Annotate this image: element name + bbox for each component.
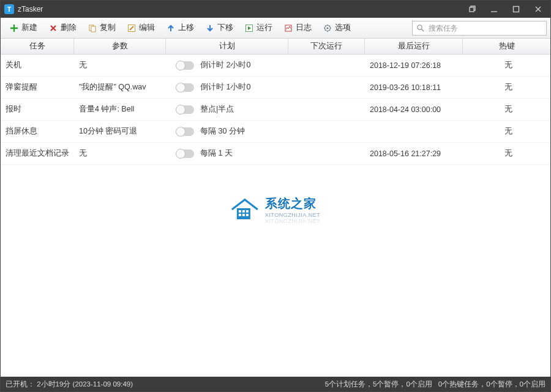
header-next-run[interactable]: 下次运行 <box>288 39 365 54</box>
column-header-row: 任务 参数 计划 下次运行 最后运行 热键 <box>1 39 550 55</box>
new-label: 新建 <box>21 23 37 33</box>
move-down-button[interactable]: 下移 <box>200 20 238 36</box>
window-restore-down-button[interactable] <box>463 3 481 15</box>
plan-text: 倒计时 1小时0 <box>200 82 250 92</box>
run-label: 运行 <box>257 23 272 33</box>
log-label: 日志 <box>296 23 312 33</box>
svg-line-13 <box>422 29 424 31</box>
arrow-down-icon <box>205 23 214 32</box>
delete-icon <box>48 23 58 32</box>
watermark-url: XITONGZHIJIA.NET <box>265 212 320 218</box>
statusbar: 已开机： 2小时19分 (2023-11-09 09:49) 5个计划任务，5个… <box>1 377 550 391</box>
svg-rect-0 <box>470 7 474 12</box>
log-icon <box>283 23 293 32</box>
header-plan[interactable]: 计划 <box>166 39 288 54</box>
window-close-button[interactable] <box>530 3 547 15</box>
watermark: 系统之家 XITONGZHIJIA.NET XITONGZHIJIA.NET <box>231 195 320 224</box>
header-task[interactable]: 任务 <box>1 39 74 54</box>
window-title: zTasker <box>18 5 459 13</box>
cell-hotkey: 无 <box>463 126 549 137</box>
search-icon <box>416 23 425 32</box>
edit-button[interactable]: 编辑 <box>122 20 160 36</box>
cell-last-run: 2018-12-19 07:26:18 <box>365 61 463 70</box>
cell-param: 无 <box>74 60 166 70</box>
app-icon: T <box>4 4 14 14</box>
svg-rect-19 <box>242 214 245 216</box>
copy-icon <box>88 23 97 32</box>
plan-text: 整点|半点 <box>200 104 234 115</box>
log-button[interactable]: 日志 <box>279 20 317 36</box>
enable-toggle[interactable] <box>176 149 194 158</box>
run-icon <box>244 23 253 32</box>
enable-toggle[interactable] <box>176 105 194 114</box>
table-row[interactable]: 报时 音量4 钟声: Bell 整点|半点 2018-04-24 03:00:0… <box>1 99 550 121</box>
status-hotkey-summary: 0个热键任务，0个暂停，0个启用 <box>438 380 545 389</box>
cell-hotkey: 无 <box>463 148 549 159</box>
cell-hotkey: 无 <box>463 60 549 70</box>
table-row[interactable]: 挡屏休息 10分钟 密码可退 每隔 30 分钟 无 <box>1 121 550 143</box>
titlebar: T zTasker <box>1 1 550 18</box>
arrow-up-icon <box>166 23 175 32</box>
copy-label: 复制 <box>100 23 116 33</box>
options-button[interactable]: 选项 <box>318 20 356 36</box>
cell-param: 音量4 钟声: Bell <box>74 104 166 115</box>
cell-task: 清理最近文档记录 <box>1 148 74 159</box>
toolbar: 新建 删除 复制 编辑 上移 下移 运行 日志 <box>1 18 550 39</box>
enable-toggle[interactable] <box>176 61 194 70</box>
move-up-label: 上移 <box>178 23 194 33</box>
options-label: 选项 <box>335 23 351 33</box>
new-button[interactable]: 新建 <box>4 20 42 36</box>
enable-toggle[interactable] <box>176 127 194 136</box>
task-list: 关机 无 倒计时 2小时0 2018-12-19 07:26:18 无 弹窗提醒… <box>1 55 550 377</box>
cell-param: 无 <box>74 148 166 159</box>
cell-hotkey: 无 <box>463 104 549 115</box>
cell-plan: 整点|半点 <box>166 104 288 115</box>
header-param[interactable]: 参数 <box>74 39 166 54</box>
table-row[interactable]: 弹窗提醒 "我的提醒" QQ.wav 倒计时 1小时0 2019-03-26 1… <box>1 77 550 99</box>
delete-button[interactable]: 删除 <box>43 20 81 36</box>
svg-point-12 <box>418 25 422 29</box>
enable-toggle[interactable] <box>176 83 194 92</box>
cell-task: 报时 <box>1 104 74 115</box>
svg-rect-18 <box>239 214 241 216</box>
cell-plan: 每隔 1 天 <box>166 148 288 159</box>
uptime-label: 已开机： <box>6 380 35 388</box>
svg-rect-17 <box>246 210 249 213</box>
svg-rect-2 <box>514 7 519 12</box>
edit-label: 编辑 <box>139 23 155 33</box>
cell-param: 10分钟 密码可退 <box>74 126 166 137</box>
header-last-run[interactable]: 最后运行 <box>365 39 463 54</box>
copy-button[interactable]: 复制 <box>83 20 121 36</box>
run-button[interactable]: 运行 <box>239 20 277 36</box>
plus-icon <box>9 23 18 32</box>
search-box[interactable] <box>412 21 547 36</box>
table-row[interactable]: 关机 无 倒计时 2小时0 2018-12-19 07:26:18 无 <box>1 55 550 77</box>
cell-param: "我的提醒" QQ.wav <box>74 82 166 92</box>
cell-task: 弹窗提醒 <box>1 82 74 92</box>
search-input[interactable] <box>429 24 542 32</box>
watermark-shadow: XITONGZHIJIA.NET <box>265 218 320 224</box>
status-uptime: 已开机： 2小时19分 (2023-11-09 09:49) <box>6 380 133 389</box>
house-logo-icon <box>231 198 259 222</box>
uptime-value: 2小时19分 (2023-11-09 09:49) <box>37 380 133 388</box>
window-maximize-button[interactable] <box>508 3 525 15</box>
move-up-button[interactable]: 上移 <box>161 20 199 36</box>
plan-text: 每隔 1 天 <box>200 148 233 159</box>
header-hotkey[interactable]: 热键 <box>463 39 550 54</box>
cell-hotkey: 无 <box>463 82 549 92</box>
cell-plan: 每隔 30 分钟 <box>166 126 288 137</box>
table-row[interactable]: 清理最近文档记录 无 每隔 1 天 2018-05-16 21:27:29 无 <box>1 143 550 165</box>
svg-rect-6 <box>91 26 96 32</box>
window-minimize-button[interactable] <box>485 3 503 15</box>
cell-plan: 倒计时 2小时0 <box>166 60 288 70</box>
cell-task: 关机 <box>1 60 74 70</box>
cell-last-run: 2018-04-24 03:00:00 <box>365 105 463 114</box>
watermark-title: 系统之家 <box>265 195 320 212</box>
cell-task: 挡屏休息 <box>1 126 74 137</box>
svg-rect-15 <box>239 210 241 213</box>
svg-rect-16 <box>242 210 245 213</box>
delete-label: 删除 <box>61 23 77 33</box>
plan-text: 倒计时 2小时0 <box>200 60 250 70</box>
cell-plan: 倒计时 1小时0 <box>166 82 288 92</box>
svg-rect-20 <box>246 214 249 216</box>
